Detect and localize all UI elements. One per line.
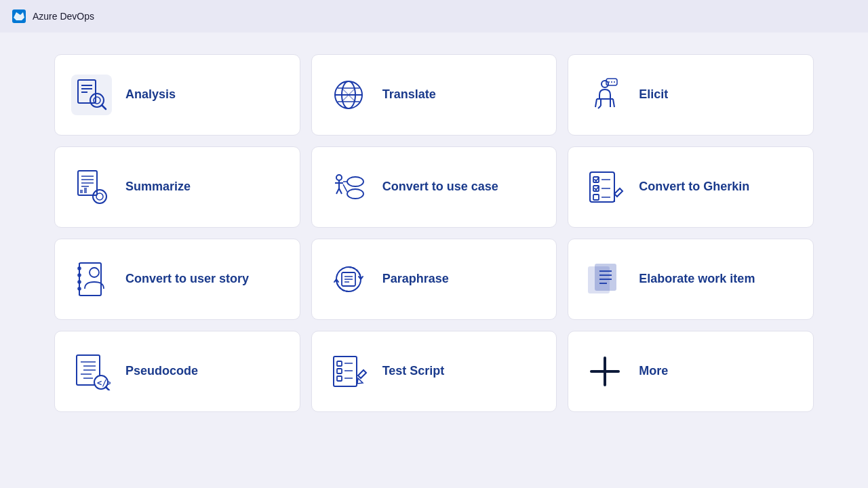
svg-line-21 — [595, 99, 597, 107]
analysis-label: Analysis — [125, 87, 176, 102]
svg-rect-32 — [84, 188, 87, 193]
elicit-icon — [585, 75, 625, 115]
summarize-label: Summarize — [125, 179, 191, 195]
svg-rect-84 — [337, 376, 342, 381]
convert-gherkin-label: Convert to Gherkin — [639, 179, 749, 195]
pseudocode-label: Pseudocode — [125, 363, 198, 379]
svg-text:</>: </> — [97, 378, 111, 388]
svg-point-34 — [96, 193, 103, 200]
convert-user-story-label: Convert to user story — [125, 271, 249, 287]
svg-rect-80 — [337, 361, 342, 366]
svg-point-7 — [94, 97, 100, 104]
svg-line-25 — [598, 106, 601, 108]
paraphrase-label: Paraphrase — [382, 271, 449, 287]
translate-icon — [328, 75, 369, 115]
analysis-card[interactable]: Analysis — [54, 54, 300, 136]
elaborate-work-item-card[interactable]: Elaborate work item — [568, 239, 814, 320]
more-label: More — [639, 363, 668, 379]
test-script-label: Test Script — [382, 363, 445, 379]
topbar-title: Azure DevOps — [33, 11, 94, 22]
translate-card[interactable]: Translate — [311, 54, 557, 136]
convert-gherkin-card[interactable]: Convert to Gherkin — [568, 146, 814, 228]
svg-rect-31 — [80, 190, 83, 193]
svg-point-19 — [614, 81, 615, 83]
convert-use-case-label: Convert to use case — [382, 179, 498, 195]
elicit-card[interactable]: Elicit — [568, 54, 814, 136]
cards-grid: Analysis Translate — [0, 33, 868, 434]
topbar: Azure DevOps — [0, 0, 868, 33]
svg-point-41 — [347, 189, 363, 199]
pseudocode-card[interactable]: </> Pseudocode — [54, 331, 300, 412]
analysis-icon — [71, 75, 112, 115]
convert-use-case-card[interactable]: Convert to use case — [311, 146, 557, 228]
summarize-card[interactable]: Summarize — [54, 146, 300, 228]
pseudocode-icon: </> — [71, 351, 112, 392]
test-script-icon — [328, 351, 369, 392]
paraphrase-card[interactable]: Paraphrase — [311, 239, 557, 320]
convert-gherkin-icon — [585, 167, 625, 207]
svg-line-6 — [102, 105, 106, 109]
svg-line-43 — [343, 184, 347, 192]
svg-rect-49 — [593, 195, 599, 200]
convert-user-story-icon — [71, 259, 112, 300]
svg-point-15 — [601, 81, 608, 87]
svg-rect-82 — [337, 369, 342, 373]
elaborate-work-item-icon — [585, 259, 625, 300]
svg-line-38 — [336, 188, 339, 194]
svg-point-35 — [336, 175, 342, 180]
svg-line-39 — [339, 188, 342, 194]
translate-label: Translate — [382, 87, 436, 102]
svg-point-33 — [93, 190, 106, 203]
more-icon — [585, 351, 625, 392]
paraphrase-icon — [328, 259, 369, 300]
convert-use-case-icon — [328, 167, 369, 207]
svg-rect-65 — [595, 264, 616, 290]
elaborate-work-item-label: Elaborate work item — [639, 271, 755, 287]
convert-user-story-card[interactable]: Convert to user story — [54, 239, 300, 320]
svg-point-58 — [90, 268, 99, 277]
more-card[interactable]: More — [568, 331, 814, 412]
azure-devops-logo — [11, 8, 27, 24]
elicit-label: Elicit — [639, 87, 668, 102]
summarize-icon — [71, 167, 112, 207]
svg-rect-52 — [79, 263, 101, 296]
svg-line-22 — [613, 99, 614, 107]
svg-point-40 — [347, 177, 363, 186]
svg-point-18 — [611, 81, 612, 83]
svg-point-17 — [608, 81, 610, 83]
test-script-card[interactable]: Test Script — [311, 331, 557, 412]
